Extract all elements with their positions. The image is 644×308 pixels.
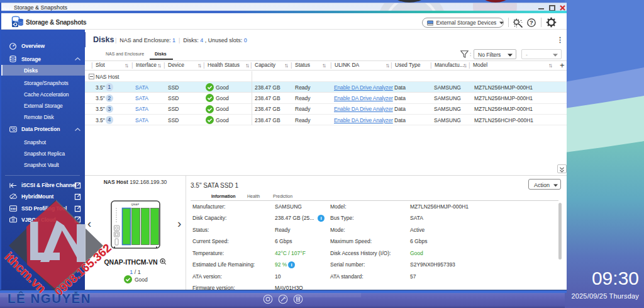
- svg-text:QNAP: QNAP: [131, 203, 140, 206]
- svg-text:i: i: [291, 262, 292, 268]
- svg-text:?: ?: [530, 19, 533, 26]
- svg-text:i: i: [320, 215, 321, 221]
- svg-text:SSD: SSD: [11, 207, 16, 210]
